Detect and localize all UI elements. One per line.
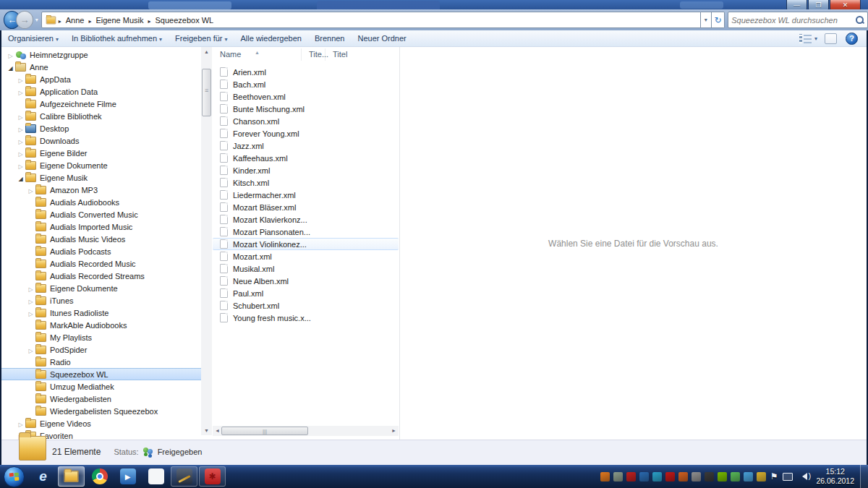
expand-icon[interactable] xyxy=(26,186,35,194)
tree-item-wiedergabelisten-squeezebox[interactable]: Wiedergabelisten Squeezebox xyxy=(1,405,201,417)
tree-item-eigene-dokumente[interactable]: Eigene Dokumente xyxy=(1,282,201,294)
tree-item-itunes-radioliste[interactable]: Itunes Radioliste xyxy=(1,307,201,319)
tree-item-wiedergabelisten[interactable]: Wiedergabelisten xyxy=(1,393,201,405)
tree-item-my-playlists[interactable]: My Playlists xyxy=(1,331,201,343)
file-row-musikal-xml[interactable]: Musikal.xml xyxy=(213,262,399,275)
show-desktop-button[interactable] xyxy=(860,465,868,488)
collapse-icon[interactable] xyxy=(16,174,25,182)
tree-item-desktop[interactable]: Desktop xyxy=(1,122,201,134)
breadcrumb-item-squeezebox-wl[interactable]: Squeezebox WL xyxy=(153,14,216,26)
file-row-jazz-xml[interactable]: Jazz.xml xyxy=(213,140,399,152)
change-view-dropdown-icon[interactable]: ▾ xyxy=(814,35,817,42)
expand-icon[interactable] xyxy=(26,346,35,354)
tree-item-audials-podcasts[interactable]: Audials Podcasts xyxy=(1,245,201,257)
toolbar-button-in-bibliothek-aufnehmen[interactable]: In Bibliothek aufnehmen▾ xyxy=(65,32,169,45)
file-row-paul-xml[interactable]: Paul.xml xyxy=(213,287,399,299)
preview-pane-toggle-icon[interactable] xyxy=(825,33,837,44)
file-row-mozart-bl-ser-xml[interactable]: Mozart Bläser.xml xyxy=(213,201,399,213)
file-row-bach-xml[interactable]: Bach.xml xyxy=(213,78,399,90)
expand-icon[interactable] xyxy=(26,296,35,305)
recent-pages-dropdown-icon[interactable]: ▾ xyxy=(35,17,38,23)
tree-item-audials-converted-music[interactable]: Audials Converted Music xyxy=(1,208,201,221)
tree-item-application-data[interactable]: Application Data xyxy=(1,85,201,98)
list-horizontal-scrollbar[interactable]: ◄ ||| ► xyxy=(213,426,399,436)
scroll-up-icon[interactable]: ▲ xyxy=(201,47,212,56)
tree-item-amazon-mp3[interactable]: Amazon MP3 xyxy=(1,184,201,196)
start-button[interactable] xyxy=(4,466,25,487)
tray-app-icon-3[interactable] xyxy=(626,472,636,481)
file-row-mozart-piansonaten[interactable]: Mozart Piansonaten... xyxy=(213,226,399,238)
breadcrumb-item-anne[interactable]: Anne xyxy=(64,14,87,26)
expand-icon[interactable] xyxy=(26,309,35,317)
column-header-name[interactable]: Name▲ xyxy=(213,48,302,61)
tree-scrollbar[interactable]: ▲ ▼ xyxy=(201,47,212,435)
toolbar-button-freigeben-f-r[interactable]: Freigeben für▾ xyxy=(169,32,234,45)
tree-item-podspider[interactable]: PodSpider xyxy=(1,343,201,356)
tray-app-icon-12[interactable] xyxy=(744,472,753,481)
tray-app-icon-8[interactable] xyxy=(692,472,701,481)
taskbar-app-photo-gallery-icon[interactable] xyxy=(142,466,169,487)
forward-button[interactable]: → xyxy=(16,11,33,29)
tray-app-icon-11[interactable] xyxy=(731,472,740,481)
tray-app-icon-2[interactable] xyxy=(613,472,623,481)
address-dropdown-icon[interactable]: ▾ xyxy=(701,12,712,28)
expand-icon[interactable] xyxy=(16,75,25,84)
scroll-right-icon[interactable]: ► xyxy=(389,426,399,436)
expand-icon[interactable] xyxy=(16,87,25,96)
toolbar-button-neuer-ordner[interactable]: Neuer Ordner xyxy=(351,32,412,45)
expand-icon[interactable] xyxy=(6,51,15,59)
file-row-mozart-xml[interactable]: Mozart.xml xyxy=(213,250,399,262)
tree-item-appdata[interactable]: AppData xyxy=(1,73,201,85)
column-header-titel[interactable]: Titel xyxy=(326,48,399,61)
expand-icon[interactable] xyxy=(16,124,25,133)
change-view-icon[interactable] xyxy=(799,34,812,43)
tree-item-anne[interactable]: Anne xyxy=(1,61,201,73)
action-center-flag-icon[interactable]: ⚑ xyxy=(770,471,778,481)
tray-app-icon-10[interactable] xyxy=(718,472,727,481)
tree-item-itunes[interactable]: iTunes xyxy=(1,294,201,307)
scrollbar-thumb[interactable]: ||| xyxy=(221,427,308,435)
expand-icon[interactable] xyxy=(26,284,35,293)
taskbar-app-ie-icon[interactable]: e xyxy=(30,466,56,487)
file-row-mozart-violinkonez[interactable]: Mozart Violinkonez... xyxy=(213,238,399,250)
tray-app-icon-5[interactable] xyxy=(652,472,662,481)
breadcrumb-item-eigene-musik[interactable]: Eigene Musik xyxy=(93,14,145,26)
tray-app-icon-13[interactable] xyxy=(757,472,766,481)
tray-app-icon-4[interactable] xyxy=(639,472,649,481)
taskbar-app-red-app-icon[interactable] xyxy=(199,466,226,487)
tree-item-heimnetzgruppe[interactable]: Heimnetzgruppe xyxy=(1,48,201,61)
file-row-kitsch-xml[interactable]: Kitsch.xml xyxy=(213,176,399,189)
toolbar-button-alle-wiedergeben[interactable]: Alle wiedergeben xyxy=(234,32,308,45)
tree-item-eigene-bilder[interactable]: Eigene Bilder xyxy=(1,147,201,159)
tree-item-audials-audiobooks[interactable]: Audials Audiobooks xyxy=(1,196,201,208)
tray-app-icon-1[interactable] xyxy=(600,472,610,481)
file-row-kaffeehaus-xml[interactable]: Kaffeehaus.xml xyxy=(213,152,399,164)
tree-item-downloads[interactable]: Downloads xyxy=(1,134,201,147)
file-row-liedermacher-xml[interactable]: Liedermacher.xml xyxy=(213,189,399,201)
expand-icon[interactable] xyxy=(16,419,25,428)
clock[interactable]: 15:12 26.06.2012 xyxy=(816,467,854,486)
tree-item-eigene-dokumente[interactable]: Eigene Dokumente xyxy=(1,159,201,171)
search-input[interactable] xyxy=(731,16,855,25)
volume-icon[interactable] xyxy=(799,473,807,480)
expand-icon[interactable] xyxy=(16,161,25,170)
tree-item-radio[interactable]: Radio xyxy=(1,356,201,368)
scroll-down-icon[interactable]: ▼ xyxy=(201,426,212,435)
taskbar-app-explorer-icon[interactable] xyxy=(58,466,85,487)
tree-item-audials-music-videos[interactable]: Audials Music Videos xyxy=(1,233,201,245)
file-row-schubert-xml[interactable]: Schubert.xml xyxy=(213,299,399,312)
file-row-beethoven-xml[interactable]: Beethoven.xml xyxy=(213,90,399,103)
file-row-young-fresh-music-x[interactable]: Young fresh music.x... xyxy=(213,312,399,324)
file-row-arien-xml[interactable]: Arien.xml xyxy=(213,66,399,78)
refresh-icon[interactable]: ↻ xyxy=(712,12,726,28)
taskbar-app-audials-icon[interactable] xyxy=(171,466,197,487)
network-icon[interactable] xyxy=(783,473,793,481)
file-row-bunte-mischung-xml[interactable]: Bunte Mischung.xml xyxy=(213,103,399,115)
tree-item-aufgezeichnete-filme[interactable]: Aufgezeichnete Filme xyxy=(1,98,201,110)
file-row-chanson-xml[interactable]: Chanson.xml xyxy=(213,115,399,127)
search-box[interactable] xyxy=(728,12,868,28)
tray-app-icon-6[interactable] xyxy=(665,472,675,481)
tree-item-squeezebox-wl[interactable]: Squeezebox WL xyxy=(1,368,201,380)
tray-app-icon-7[interactable] xyxy=(678,472,688,481)
expand-icon[interactable] xyxy=(16,149,25,158)
